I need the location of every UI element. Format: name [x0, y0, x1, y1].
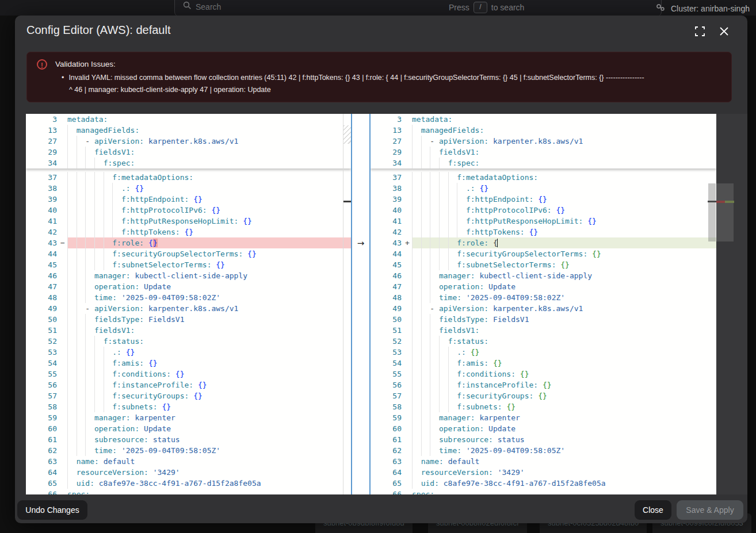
sticky-code-line[interactable]: 13 managedFields:	[26, 125, 351, 136]
diff-marker	[405, 292, 412, 303]
sticky-code-line[interactable]: 13 managedFields:	[371, 125, 716, 136]
revert-change-arrow-icon[interactable]: →	[354, 237, 368, 248]
code-line[interactable]: 55 f:conditions: {}	[371, 369, 716, 379]
code-line[interactable]: 56 f:instanceProfile: {}	[26, 379, 351, 390]
code-line[interactable]: 66spec:	[371, 489, 716, 494]
minimap[interactable]	[716, 114, 747, 494]
line-number: 27	[371, 136, 405, 147]
sticky-code-line[interactable]: 3metadata:	[26, 114, 351, 125]
code-line[interactable]: 56 f:instanceProfile: {}	[371, 379, 716, 390]
save-apply-button[interactable]: Save & Apply	[677, 500, 743, 520]
code-text: f:securityGroupSelectorTerms: {}	[412, 248, 716, 259]
sticky-code-line[interactable]: 29 fieldsV1:	[26, 147, 351, 158]
code-text: f:securityGroupSelectorTerms: {}	[67, 248, 351, 259]
code-line[interactable]: 51 fieldsV1:	[371, 325, 716, 336]
code-line[interactable]: 65 uid: c8afe97e-38cc-4f91-a767-d15f2a8f…	[371, 478, 716, 489]
code-line[interactable]: 48 time: '2025-09-04T09:58:02Z'	[26, 292, 351, 303]
code-line[interactable]: 62 time: '2025-09-04T09:58:05Z'	[371, 445, 716, 456]
code-line[interactable]: 61 subresource: status	[26, 434, 351, 445]
code-line[interactable]: 62 time: '2025-09-04T09:58:05Z'	[26, 445, 351, 456]
code-line[interactable]: 39 f:httpEndpoint: {}	[26, 194, 351, 205]
code-line[interactable]: 50 fieldsType: FieldsV1	[26, 314, 351, 325]
sticky-code-line[interactable]: 34 f:spec:	[26, 158, 351, 168]
code-line[interactable]: 58 f:subnets: {}	[26, 401, 351, 412]
code-line[interactable]: 58 f:subnets: {}	[371, 401, 716, 412]
code-line[interactable]: 37 f:metadataOptions:	[371, 172, 716, 183]
undo-changes-button[interactable]: Undo Changes	[17, 500, 87, 520]
code-line[interactable]: 48 time: '2025-09-04T09:58:02Z'	[371, 292, 716, 303]
code-line[interactable]: 65 uid: c8afe97e-38cc-4f91-a767-d15f2a8f…	[26, 478, 351, 489]
close-icon[interactable]	[717, 24, 731, 38]
code-line[interactable]: 63 name: default	[371, 456, 716, 467]
code-line[interactable]: 53 .: {}	[26, 347, 351, 358]
code-line[interactable]: 66spec:	[26, 489, 351, 494]
code-line[interactable]: 54 f:amis: {}	[371, 358, 716, 369]
code-line[interactable]: 47 operation: Update	[26, 281, 351, 292]
line-number: 34	[371, 158, 405, 168]
code-line[interactable]: 49 - apiVersion: karpenter.k8s.aws/v1	[371, 303, 716, 314]
code-text: f:httpPutResponseHopLimit: {}	[67, 216, 351, 227]
code-line[interactable]: 45 f:subnetSelectorTerms: {}	[26, 259, 351, 270]
code-line[interactable]: 42 f:httpTokens: {}	[371, 227, 716, 237]
diff-marker	[60, 259, 67, 270]
code-line[interactable]: 44 f:securityGroupSelectorTerms: {}	[26, 248, 351, 259]
code-line[interactable]: 52 f:status:	[26, 336, 351, 347]
code-line[interactable]: 47 operation: Update	[371, 281, 716, 292]
code-line[interactable]: 53 .: {}	[371, 347, 716, 358]
code-line[interactable]: 45 f:subnetSelectorTerms: {}	[371, 259, 716, 270]
code-line[interactable]: 64 resourceVersion: '3429'	[26, 467, 351, 478]
close-button[interactable]: Close	[635, 500, 671, 520]
code-line[interactable]: 57 f:securityGroups: {}	[26, 390, 351, 401]
diff-marker	[60, 467, 67, 478]
diff-marker	[60, 456, 67, 467]
code-line[interactable]: 57 f:securityGroups: {}	[371, 390, 716, 401]
validation-title: Validation Issues:	[55, 60, 116, 68]
code-text: f:httpEndpoint: {}	[412, 194, 716, 205]
code-line[interactable]: 52 f:status:	[371, 336, 716, 347]
line-number: 66	[26, 489, 60, 494]
expand-icon[interactable]	[693, 24, 707, 38]
line-number: 57	[371, 390, 405, 401]
sticky-code-line[interactable]: 3metadata:	[371, 114, 716, 125]
code-line[interactable]: 43+ f:role: {	[371, 237, 716, 248]
code-line[interactable]: 44 f:securityGroupSelectorTerms: {}	[371, 248, 716, 259]
code-line[interactable]: 40 f:httpProtocolIPv6: {}	[26, 205, 351, 216]
diff-original-pane[interactable]: 37 f:metadataOptions:38 .: {}39 f:httpEn…	[26, 114, 351, 494]
code-line[interactable]: 42 f:httpTokens: {}	[26, 227, 351, 237]
minimap-slider[interactable]	[716, 183, 734, 241]
code-line[interactable]: 38 .: {}	[371, 183, 716, 194]
code-line[interactable]: 59 manager: karpenter	[371, 412, 716, 423]
code-line[interactable]: 49 - apiVersion: karpenter.k8s.aws/v1	[26, 303, 351, 314]
code-line[interactable]: 59 manager: karpenter	[26, 412, 351, 423]
cluster-selector[interactable]: Cluster: anirban-singh	[656, 3, 750, 13]
diff-modified-pane[interactable]: 37 f:metadataOptions:38 .: {}39 f:httpEn…	[371, 114, 716, 494]
code-line[interactable]: 37 f:metadataOptions:	[26, 172, 351, 183]
code-text: time: '2025-09-04T09:58:05Z'	[412, 445, 716, 456]
global-search-input[interactable]: Search Press / to search	[174, 0, 662, 16]
code-line[interactable]: 39 f:httpEndpoint: {}	[371, 194, 716, 205]
code-line[interactable]: 64 resourceVersion: '3429'	[371, 467, 716, 478]
sticky-code-line[interactable]: 27 - apiVersion: karpenter.k8s.aws/v1	[26, 136, 351, 147]
vertical-scrollbar[interactable]	[708, 114, 716, 494]
yaml-diff-editor[interactable]: 37 f:metadataOptions:38 .: {}39 f:httpEn…	[26, 114, 716, 494]
code-line[interactable]: 41 f:httpPutResponseHopLimit: {}	[26, 216, 351, 227]
code-line[interactable]: 51 fieldsV1:	[26, 325, 351, 336]
code-line[interactable]: 63 name: default	[26, 456, 351, 467]
code-line[interactable]: 38 .: {}	[26, 183, 351, 194]
code-line[interactable]: 61 subresource: status	[371, 434, 716, 445]
code-line[interactable]: 50 fieldsType: FieldsV1	[371, 314, 716, 325]
code-line[interactable]: 41 f:httpPutResponseHopLimit: {}	[371, 216, 716, 227]
code-line[interactable]: 55 f:conditions: {}	[26, 369, 351, 379]
code-line[interactable]: 46 manager: kubectl-client-side-apply	[371, 270, 716, 281]
code-line[interactable]: 60 operation: Update	[26, 423, 351, 434]
line-number: 49	[371, 303, 405, 314]
sticky-code-line[interactable]: 27 - apiVersion: karpenter.k8s.aws/v1	[371, 136, 716, 147]
sticky-code-line[interactable]: 34 f:spec:	[371, 158, 716, 168]
code-line[interactable]: 60 operation: Update	[371, 423, 716, 434]
code-line[interactable]: 54 f:amis: {}	[26, 358, 351, 369]
code-line[interactable]: 43− f:role: {}	[26, 237, 351, 248]
sticky-code-line[interactable]: 29 fieldsV1:	[371, 147, 716, 158]
code-line[interactable]: 46 manager: kubectl-client-side-apply	[26, 270, 351, 281]
code-line[interactable]: 40 f:httpProtocolIPv6: {}	[371, 205, 716, 216]
scrollbar-thumb[interactable]	[708, 183, 716, 241]
